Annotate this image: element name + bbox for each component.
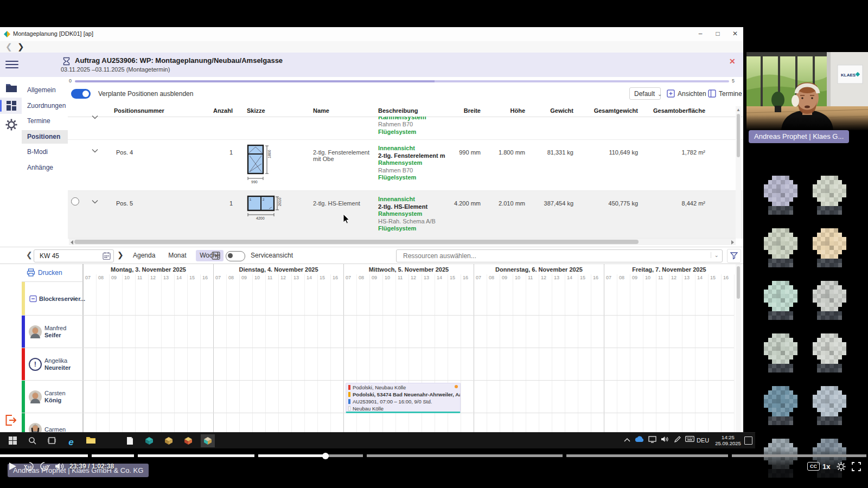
chevron-down-icon[interactable]: ⌄	[711, 252, 719, 258]
scheduler-scroll-thumb[interactable]	[737, 266, 740, 299]
maximize-button[interactable]: □	[710, 27, 726, 41]
tray-chevron-up-icon[interactable]	[622, 436, 633, 446]
play-icon[interactable]	[8, 461, 17, 471]
week-picker[interactable]	[34, 249, 114, 262]
captions-button[interactable]: CC	[807, 462, 820, 471]
taskbar-klaes-active-icon[interactable]	[201, 434, 215, 447]
rewind-10-icon[interactable]: 10	[24, 461, 35, 472]
close-button[interactable]: ✕	[727, 27, 743, 41]
range-track[interactable]	[75, 80, 729, 82]
hide-planned-toggle[interactable]	[71, 89, 91, 99]
scroll-right-icon[interactable]	[731, 240, 734, 245]
column-gesamtoberfl-che[interactable]: Gesamtoberfläche	[640, 106, 707, 117]
table-row-pos5[interactable]: Pos. 51 1 2 2010 42002-tlg. HS-ElementIn…	[68, 191, 743, 239]
resource-row-manfredseifer[interactable]: ManfredSeifer	[22, 316, 734, 348]
taskbar-start-icon[interactable]	[5, 434, 20, 447]
tray-pen-icon[interactable]	[672, 436, 682, 446]
column-h-he[interactable]: Höhe	[483, 106, 527, 117]
sidebar-item-b-modi[interactable]: B-Modi	[22, 145, 68, 159]
column-name[interactable]: Name	[301, 106, 374, 117]
scroll-left-icon[interactable]	[71, 240, 73, 245]
scroll-up-icon[interactable]: ▲	[736, 107, 741, 112]
termine-button[interactable]: Termine	[708, 88, 742, 100]
taskbar-klaes-gold-icon[interactable]	[162, 434, 176, 447]
column-positionsnummer[interactable]: Positionsnummer	[114, 106, 194, 117]
expander-chevron-icon[interactable]	[92, 200, 98, 204]
column-breite[interactable]: Breite	[452, 106, 483, 117]
resource-row-blockreservier[interactable]: Blockreservier...	[22, 282, 734, 316]
sidebar-item-termine[interactable]: Termine	[22, 114, 68, 128]
menu-icon[interactable]	[5, 59, 18, 68]
sidebar-item-positionen[interactable]: Positionen	[22, 130, 68, 144]
table-vertical-scrollbar[interactable]: ▲	[736, 106, 741, 239]
sidebar-item-anh-nge[interactable]: Anhänge	[22, 161, 68, 175]
row-radio[interactable]	[71, 197, 79, 206]
sidebar-item-zuordnungen[interactable]: Zuordnungen	[22, 99, 68, 113]
column-gesamtgewicht[interactable]: Gesamtgewicht	[576, 106, 640, 117]
column-anzahl[interactable]: Anzahl	[194, 106, 235, 117]
scheduler-scrollbar[interactable]	[736, 264, 741, 432]
sidebar-item-allgemein[interactable]: Allgemein	[22, 84, 68, 97]
taskbar-chrome-icon[interactable]	[103, 434, 117, 447]
back-icon[interactable]: ❮	[5, 41, 12, 52]
tray-volume-icon[interactable]	[659, 436, 670, 446]
player-progress-bar[interactable]	[0, 454, 868, 458]
column-skizze[interactable]: Skizze	[235, 106, 301, 117]
hscroll-thumb[interactable]	[74, 240, 639, 244]
table-row-partial[interactable]: RahmensystemRahmen B70Flügelsystem	[68, 117, 743, 140]
resource-row-carmen[interactable]: Carmen	[22, 413, 734, 432]
progress-segment[interactable]	[92, 454, 134, 457]
modules-icon[interactable]	[5, 99, 18, 112]
forward-10-icon[interactable]: 10	[39, 461, 50, 472]
taskbar-taskview-icon[interactable]	[44, 434, 59, 447]
table-row-pos4[interactable]: Pos. 41 1800 9902-tlg. Fensterelement mi…	[68, 140, 743, 191]
progress-segment[interactable]	[732, 454, 866, 457]
forward-icon[interactable]: ❯	[17, 41, 24, 52]
filter-button[interactable]	[727, 249, 741, 263]
taskbar-clock[interactable]: 14:25 25.09.2025	[714, 434, 742, 446]
resource-row-angelikaneureiter[interactable]: !AngelikaNeureiter	[22, 348, 734, 381]
minimize-button[interactable]: –	[692, 27, 709, 41]
print-cell[interactable]: Drucken	[22, 264, 83, 282]
taskbar-klaes-teal-icon[interactable]	[142, 434, 156, 447]
progress-segment[interactable]	[367, 454, 563, 457]
calendar-icon[interactable]	[103, 252, 111, 260]
prev-week-icon[interactable]: ❮	[26, 251, 33, 259]
view-select[interactable]: Default⌄	[629, 87, 661, 100]
taskbar-ie-icon[interactable]: e	[64, 434, 78, 447]
player-settings-icon[interactable]	[837, 462, 846, 471]
tray-keyboard-icon[interactable]	[684, 436, 695, 446]
progress-segment[interactable]	[0, 454, 88, 457]
resource-select[interactable]: ⌄	[396, 249, 723, 262]
taskbar-notes-icon[interactable]	[123, 434, 137, 447]
column-beschreibung[interactable]: Beschreibung	[374, 106, 452, 117]
notification-center-icon[interactable]	[744, 436, 752, 445]
order-close-icon[interactable]: ✕	[729, 57, 736, 66]
resource-input[interactable]	[402, 252, 697, 260]
taskbar-klaes-red-icon[interactable]	[181, 434, 195, 447]
progress-segment[interactable]	[138, 454, 254, 457]
progress-segment[interactable]	[258, 454, 363, 457]
ansichten-button[interactable]: Ansichten	[667, 88, 706, 100]
vscroll-thumb[interactable]	[737, 114, 740, 157]
tab-monat[interactable]: Monat	[164, 250, 190, 261]
logout-icon[interactable]	[4, 414, 16, 426]
playback-speed[interactable]: 1x	[822, 463, 830, 471]
taskbar-search-icon[interactable]	[25, 434, 39, 447]
progress-segment[interactable]	[566, 454, 728, 457]
folder-icon[interactable]	[5, 81, 18, 94]
tray-display-icon[interactable]	[647, 436, 658, 446]
settings-gear-icon[interactable]	[5, 118, 18, 131]
expander-chevron-icon[interactable]	[92, 149, 98, 153]
tab-agenda[interactable]: Agenda	[129, 250, 159, 261]
language-indicator[interactable]: DEU	[697, 437, 709, 444]
column-gewicht[interactable]: Gewicht	[527, 106, 576, 117]
fullscreen-icon[interactable]	[852, 462, 861, 471]
chevron-down-icon[interactable]	[71, 297, 77, 300]
week-input[interactable]	[39, 252, 100, 260]
volume-icon[interactable]	[54, 461, 64, 471]
expand-view-icon[interactable]	[212, 252, 220, 260]
tray-cloud-icon[interactable]	[634, 436, 645, 446]
calendar-event[interactable]: Podolski, Neubau KöllePodolski, 53474 Ba…	[346, 383, 461, 413]
horizontal-scrollbar[interactable]	[69, 239, 736, 245]
